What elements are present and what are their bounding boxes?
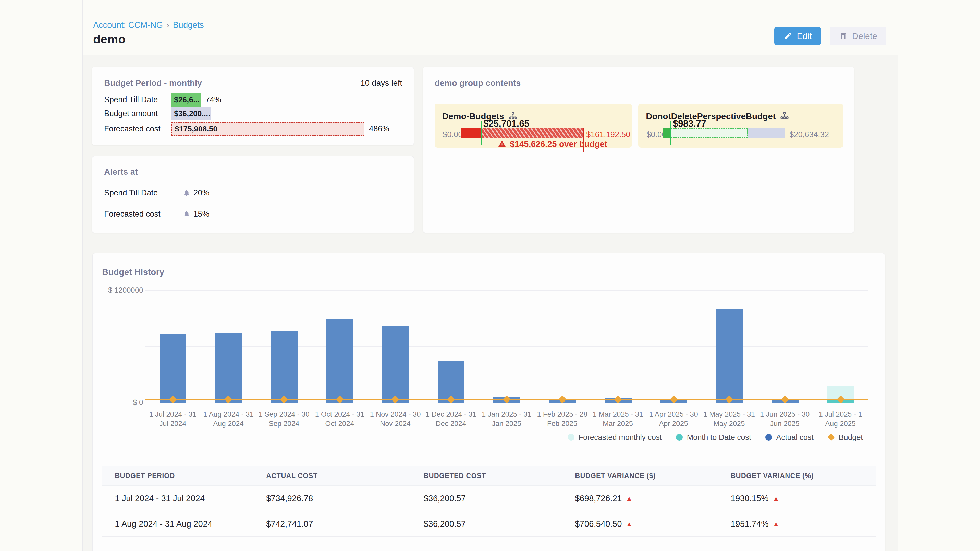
actual-cost-bar[interactable]	[382, 326, 409, 403]
group-item-demo-budgets[interactable]: Demo-Budgets $25,701.65 $0.00	[434, 103, 632, 148]
x-axis-tick-label: 1 Sep 2024 - 30Sep 2024	[256, 410, 312, 428]
actual-cost-marker-icon	[765, 434, 772, 441]
budget-variance-pct-cell: 1930.15%▲	[718, 486, 876, 511]
budget-history-title: Budget History	[102, 267, 164, 277]
budget-variance-usd-cell: $698,726.21▲	[562, 486, 718, 511]
spend-till-date-bar: $26,6...	[171, 93, 201, 106]
budget-period-cell: 1 Jul 2024 - 31 Jul 2024	[102, 486, 253, 511]
hierarchy-icon	[780, 111, 789, 121]
triangle-up-icon: ▲	[773, 495, 780, 503]
edit-button[interactable]: Edit	[774, 27, 821, 45]
actual-cost-cell: $734,926.78	[253, 486, 411, 511]
warning-triangle-icon	[498, 140, 506, 148]
table-column-header: BUDGET PERIOD	[102, 466, 253, 486]
budgeted-cost-cell: $36,200.57	[411, 486, 562, 511]
spend-till-date-label: Spend Till Date	[104, 95, 171, 104]
y-axis-label-max: $ 1200000	[100, 286, 143, 294]
group-item-current-value: $25,701.65	[484, 118, 529, 129]
budgeted-cost-cell: $36,200.57	[411, 511, 562, 537]
legend-item-budget[interactable]: Budget	[828, 433, 863, 441]
forecasted-cost-label: Forecasted cost	[104, 124, 171, 133]
triangle-up-icon: ▲	[773, 520, 780, 528]
alert-row-forecast: Forecasted cost 15%	[104, 209, 209, 219]
x-axis-labels: 1 Jul 2024 - 31Jul 20241 Aug 2024 - 31Au…	[145, 410, 869, 428]
actual-cost-bar[interactable]	[215, 333, 242, 403]
triangle-up-icon: ▲	[626, 520, 633, 528]
header-actions: Edit Delete	[774, 27, 886, 45]
page-header: Account: CCM-NG › Budgets demo Edit Dele…	[83, 0, 898, 56]
spend-till-date-row: Spend Till Date $26,6... 74%	[104, 93, 406, 106]
alert-forecast-label: Forecasted cost	[104, 210, 183, 219]
group-item-budget-bar	[461, 128, 584, 138]
alert-forecast-percent: 15%	[193, 210, 209, 219]
x-axis-tick-label: 1 Jan 2025 - 31Jan 2025	[479, 410, 535, 428]
alerts-card: Alerts at Spend Till Date 20% Forecasted…	[92, 156, 414, 233]
page-title: demo	[93, 32, 126, 46]
x-axis-tick-label: 1 Apr 2025 - 30Apr 2025	[646, 410, 701, 428]
delete-button-label: Delete	[852, 31, 877, 41]
trash-icon	[839, 32, 848, 40]
budgets-detail-page: { "breadcrumb": { "account": "Account: C…	[0, 0, 980, 551]
group-item-max-label: $20,634.32	[789, 130, 829, 139]
main-panel: Account: CCM-NG › Budgets demo Edit Dele…	[83, 0, 898, 551]
days-left-label: 10 days left	[360, 78, 402, 88]
breadcrumb: Account: CCM-NG › Budgets	[93, 20, 204, 30]
bell-icon	[183, 210, 190, 218]
group-item-donotdelete[interactable]: DonotDeletePerspectiveBudget $983.77 $0.…	[638, 103, 843, 148]
table-row: 1 Aug 2024 - 31 Aug 2024$742,741.07$36,2…	[102, 511, 876, 537]
legend-item-actual[interactable]: Actual cost	[765, 433, 814, 441]
actual-cost-bar[interactable]	[716, 309, 743, 403]
budget-history-table: BUDGET PERIODACTUAL COSTBUDGETED COSTBUD…	[102, 465, 876, 537]
x-axis-tick-label: 1 Nov 2024 - 30Nov 2024	[368, 410, 423, 428]
legend-item-forecasted[interactable]: Forecasted monthly cost	[568, 433, 662, 441]
group-item-name: DonotDeletePerspectiveBudget	[646, 111, 776, 121]
chart-legend: Forecasted monthly cost Month to Date co…	[568, 433, 863, 441]
x-axis-tick-label: 1 Jul 2024 - 31Jul 2024	[145, 410, 200, 428]
breadcrumb-budgets-link[interactable]: Budgets	[173, 20, 204, 30]
pencil-icon	[783, 32, 792, 40]
x-axis-tick-label: 1 Mar 2025 - 31Mar 2025	[590, 410, 646, 428]
page-content: Budget Period - monthly 10 days left Spe…	[83, 56, 898, 551]
x-axis-tick-label: 1 Aug 2024 - 31Aug 2024	[200, 410, 256, 428]
forecasted-cost-row: Forecasted cost $175,908.50 486%	[104, 122, 406, 136]
budget-amount-label: Budget amount	[104, 109, 171, 118]
group-contents-title: demo group contents	[434, 78, 520, 88]
budget-amount-row: Budget amount $36,200....	[104, 106, 406, 121]
budget-amount-bar: $36,200....	[171, 106, 211, 121]
actual-cost-cell: $742,741.07	[253, 511, 411, 537]
group-item-min-label: $0.00	[443, 130, 463, 139]
budget-history-card: Budget History $ 1200000 $ 0 1 Jul 2024 …	[92, 253, 885, 551]
budget-variance-pct-cell: 1951.74%▲	[718, 511, 876, 537]
actual-cost-bar[interactable]	[326, 319, 353, 403]
table-column-header: ACTUAL COST	[253, 466, 411, 486]
budget-period-title: Budget Period - monthly	[104, 78, 202, 88]
breadcrumb-account-link[interactable]: Account: CCM-NG	[93, 20, 163, 30]
budget-period-cell: 1 Aug 2024 - 31 Aug 2024	[102, 511, 253, 537]
triangle-up-icon: ▲	[626, 495, 633, 503]
forecasted-cost-percent: 486%	[369, 124, 389, 133]
actual-cost-bar[interactable]	[271, 331, 298, 403]
budget-history-chart	[145, 290, 869, 403]
x-axis-tick-label: 1 Feb 2025 - 28Feb 2025	[535, 410, 590, 428]
alerts-title: Alerts at	[104, 167, 138, 177]
x-axis-tick-label: 1 May 2025 - 31May 2025	[701, 410, 757, 428]
delete-button[interactable]: Delete	[830, 27, 886, 45]
over-budget-text: $145,626.25 over budget	[498, 139, 608, 149]
month-to-date-cost-marker-icon	[676, 434, 682, 441]
group-item-max-label: $161,192.50	[586, 130, 630, 139]
actual-cost-bar[interactable]	[159, 334, 186, 403]
table-column-header: BUDGET VARIANCE (%)	[718, 466, 876, 486]
alert-spend-label: Spend Till Date	[104, 188, 183, 197]
legend-item-month-to-date[interactable]: Month to Date cost	[676, 433, 751, 441]
x-axis-tick-label: 1 Jun 2025 - 30Jun 2025	[757, 410, 813, 428]
x-axis-tick-label: 1 Oct 2024 - 31Oct 2024	[312, 410, 368, 428]
table-column-header: BUDGETED COST	[411, 466, 562, 486]
x-axis-tick-label: 1 Dec 2024 - 31Dec 2024	[423, 410, 479, 428]
bell-icon	[183, 189, 190, 197]
group-item-current-value: $983.77	[673, 118, 706, 129]
table-header-row: BUDGET PERIODACTUAL COSTBUDGETED COSTBUD…	[102, 466, 876, 486]
group-item-budget-bar	[663, 128, 785, 138]
x-axis-tick-label: 1 Jul 2025 - 1Aug 2025	[813, 410, 868, 428]
table-column-header: BUDGET VARIANCE ($)	[562, 466, 718, 486]
edit-button-label: Edit	[797, 31, 812, 41]
